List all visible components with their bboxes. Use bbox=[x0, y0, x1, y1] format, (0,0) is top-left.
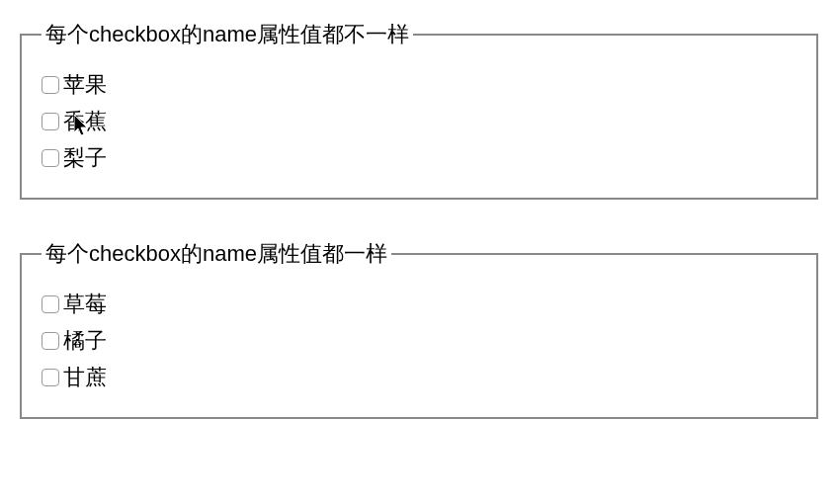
checkbox-banana[interactable] bbox=[42, 113, 59, 130]
fieldset-same-names: 每个checkbox的name属性值都一样 草莓 橘子 甘蔗 bbox=[20, 239, 818, 419]
checkbox-sugarcane[interactable] bbox=[42, 369, 59, 386]
option-row: 草莓 bbox=[42, 288, 796, 320]
fieldset-different-names: 每个checkbox的name属性值都不一样 苹果 香蕉 梨子 bbox=[20, 20, 818, 200]
option-label: 甘蔗 bbox=[63, 361, 107, 393]
legend-same-names: 每个checkbox的name属性值都一样 bbox=[42, 239, 391, 269]
option-row: 香蕉 bbox=[42, 105, 796, 137]
checkbox-pear[interactable] bbox=[42, 149, 59, 167]
option-label: 苹果 bbox=[63, 68, 107, 101]
option-row: 苹果 bbox=[42, 68, 796, 101]
checkbox-orange[interactable] bbox=[42, 332, 59, 350]
option-row: 橘子 bbox=[42, 324, 796, 357]
option-row: 梨子 bbox=[42, 141, 796, 174]
checkbox-strawberry[interactable] bbox=[42, 295, 59, 313]
checkbox-apple[interactable] bbox=[42, 76, 59, 94]
option-label: 香蕉 bbox=[63, 105, 107, 137]
option-label: 橘子 bbox=[63, 324, 107, 357]
legend-different-names: 每个checkbox的name属性值都不一样 bbox=[42, 20, 413, 49]
option-row: 甘蔗 bbox=[42, 361, 796, 393]
option-label: 草莓 bbox=[63, 288, 107, 320]
option-label: 梨子 bbox=[63, 141, 107, 174]
